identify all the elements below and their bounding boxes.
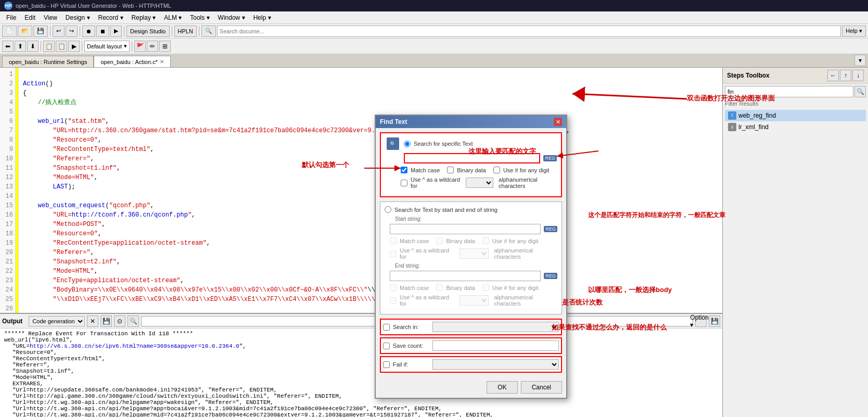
match-case-label-3: Match case [400,285,429,291]
match-case-label: Match case [411,167,440,173]
code-editor[interactable]: 12345 678910 1112131415 1617181920 21222… [0,68,722,313]
sidebar-nav-up[interactable]: ↑ [840,70,851,81]
output-toolbar: Output Code generation ✕ 💾 ⊙ 🔍 Options ▾… [0,314,722,328]
menu-edit[interactable]: Edit [20,13,40,22]
save-count-input[interactable] [432,340,559,351]
toolbar2-grid-btn[interactable]: ⊞ [159,41,171,52]
tab-dropdown-btn[interactable]: ▾ [854,55,866,66]
sidebar-item-lr-xml-find[interactable]: x lr_xml_find [725,121,866,133]
toolbar-new-btn[interactable]: 📄 [2,26,17,37]
sep8 [132,41,132,52]
menu-alm[interactable]: ALM ▾ [160,13,186,22]
output-save2-btn[interactable]: 💾 [709,315,720,327]
toolbar-save-btn[interactable]: 💾 [33,26,48,37]
match-case-cb-2[interactable] [390,237,397,244]
search-in-select[interactable] [432,322,559,332]
sidebar-item-web-reg-find[interactable]: f web_reg_find [725,110,866,121]
layout-dropdown[interactable]: Default layout ▾ [84,41,130,52]
sidebar-nav-down[interactable]: ↓ [852,70,864,81]
menu-window[interactable]: Window ▾ [214,13,249,22]
search-in-cb[interactable] [383,324,390,331]
output-title: Output [2,318,22,325]
toolbar-redo-btn[interactable]: ↪ [66,26,78,37]
toolbar2-btn6[interactable]: ▶ [68,41,80,52]
sidebar-search-input[interactable] [725,86,853,97]
toolbar2-pen-btn[interactable]: ✏ [147,41,158,52]
toolbar-search-btn[interactable]: 🔍 [201,26,216,37]
use-hash-cb-2[interactable] [482,237,489,244]
output-search-btn[interactable]: 🔍 [127,315,139,327]
find-text-dialog[interactable]: Find Text ✕ 🔍 Search for specific Text R… [375,115,567,399]
output-options-btn[interactable]: Options ▾ [695,315,707,327]
tab-runtime-settings[interactable]: open_baidu : Runtime Settings [2,56,94,67]
match-case-cb-3[interactable] [390,284,397,291]
toolbar-help-btn[interactable]: Help ▾ [842,26,866,37]
use-caret-cb-2[interactable] [390,250,397,257]
end-string-input[interactable] [390,271,541,281]
output-clear-btn[interactable]: ✕ [87,315,98,327]
reg-badge-1: REG [543,155,557,161]
toolbar2-btn1[interactable]: ⬅ [2,41,14,52]
toolbar-hpln-btn[interactable]: HPLN [174,26,197,37]
toolbar2-flag-btn[interactable]: 🚩 [134,41,146,52]
binary-data-cb-2[interactable] [436,237,443,244]
menu-help[interactable]: Help ▾ [249,13,275,22]
fail-if-row: Fail if: [380,356,562,373]
match-case-cb[interactable] [401,167,407,173]
tab-label-1: open_baidu : Action.c* [100,59,157,65]
reg-badge-2: REG [544,226,557,232]
code-content[interactable]: Action() { //插入检查点 web_url("stat.htm", "… [19,68,722,313]
fail-if-cb[interactable] [383,361,390,368]
output-save-btn[interactable]: 💾 [100,315,112,327]
sidebar-search-btn[interactable]: 🔍 [854,86,866,97]
toolbar2-btn3[interactable]: ⬇ [27,41,39,52]
specific-text-input[interactable] [404,153,540,163]
menu-tools[interactable]: Tools ▾ [186,13,213,22]
cancel-btn[interactable]: Cancel [521,381,562,394]
toolbar-stop-btn[interactable]: ⏹ [96,26,109,37]
output-panel: Output Code generation ✕ 💾 ⊙ 🔍 Options ▾… [0,313,722,417]
output-line-8: "Mode=HTML", [4,374,718,381]
tab-close-btn[interactable]: ✕ [160,59,164,65]
save-count-cb[interactable] [383,343,390,349]
toolbar-record-btn[interactable]: ⏺ [82,26,95,37]
search-input[interactable] [217,26,841,37]
caret-select-2[interactable] [459,248,489,259]
tab-action[interactable]: open_baidu : Action.c* ✕ [94,56,170,67]
app-icon: HP [4,2,12,10]
dialog-close-btn[interactable]: ✕ [554,118,562,126]
binary-data-label-3: Binary data [446,285,475,291]
use-caret-cb-3[interactable] [390,297,397,304]
caret-select[interactable] [466,178,493,188]
binary-data-cb[interactable] [447,167,454,173]
toolbar-design-studio-btn[interactable]: Design Studio [126,26,170,37]
toolbar-open-btn[interactable]: 📂 [18,26,32,37]
binary-data-cb-3[interactable] [436,284,443,291]
menu-replay[interactable]: Replay ▾ [127,13,160,22]
use-caret-cb[interactable] [401,180,407,186]
toolbar2-btn5[interactable]: 📋 [56,41,67,52]
use-hash-cb-3[interactable] [482,284,489,291]
radio-start-end[interactable] [385,206,391,213]
menu-view[interactable]: View [40,13,61,22]
radio-specific-text[interactable] [404,141,411,147]
menu-design[interactable]: Design ▾ [61,13,94,22]
start-string-input[interactable] [390,224,541,234]
use-hash-label-3: Use # for any digit [492,285,539,291]
output-mode-select[interactable]: Code generation [29,316,85,326]
fail-if-select[interactable] [432,359,559,370]
toolbar2-btn2[interactable]: ⬆ [15,41,26,52]
toolbar-play-btn[interactable]: ▶ [110,26,122,37]
menu-file[interactable]: File [2,13,20,22]
ok-btn[interactable]: OK [487,381,517,394]
use-hash-cb[interactable] [493,167,500,173]
use-hash-label-2: Use # for any digit [492,238,539,244]
toolbar-undo-btn[interactable]: ↩ [53,26,65,37]
caret-select-3[interactable] [459,295,489,306]
output-locate-btn[interactable]: ⊙ [114,315,125,327]
sidebar-nav-left[interactable]: ← [827,70,839,81]
toolbar2-btn4[interactable]: 📋 [43,41,55,52]
menu-record[interactable]: Record ▾ [94,13,127,22]
output-line-9: EXTRARES, [4,381,718,387]
output-line-5: "RecContentType=text/html", [4,356,718,362]
